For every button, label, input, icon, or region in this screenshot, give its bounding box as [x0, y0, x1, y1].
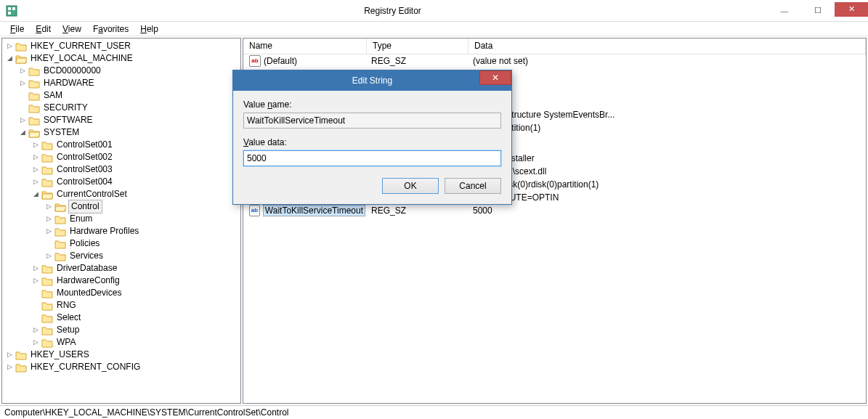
- tree-node[interactable]: ControlSet004: [55, 176, 114, 188]
- expander-icon[interactable]: ◢: [31, 190, 40, 199]
- col-data[interactable]: Data: [469, 38, 866, 54]
- tree-node[interactable]: SAM: [42, 89, 64, 102]
- window-controls: — ☐ ✕: [768, 2, 868, 20]
- cell-data: 5000: [470, 206, 866, 216]
- folder-icon: [41, 165, 53, 175]
- cell-data: NOEXECUTE=OPTIN: [470, 192, 866, 203]
- registry-tree: ▷HKEY_CURRENT_USER ◢HKEY_LOCAL_MACHINE ▷…: [2, 40, 240, 373]
- expander-icon[interactable]: ▷: [44, 203, 53, 211]
- tree-node-hkcc[interactable]: HKEY_CURRENT_CONFIG: [29, 361, 142, 373]
- folder-icon: [54, 239, 66, 249]
- tree-node[interactable]: Services: [68, 250, 105, 262]
- tree-node-hku[interactable]: HKEY_USERS: [29, 349, 91, 361]
- tree-node[interactable]: ControlSet003: [55, 163, 114, 176]
- expander-icon[interactable]: ◢: [5, 54, 14, 63]
- folder-icon: [28, 103, 40, 113]
- tree-pane[interactable]: ▷HKEY_CURRENT_USER ◢HKEY_LOCAL_MACHINE ▷…: [1, 38, 241, 404]
- svg-rect-2: [12, 7, 15, 10]
- tree-node-selected[interactable]: Control: [68, 200, 102, 213]
- app-icon: [6, 5, 17, 17]
- expander-icon[interactable]: ▷: [31, 277, 40, 285]
- expander-icon[interactable]: ▷: [44, 227, 53, 236]
- cancel-button[interactable]: Cancel: [445, 178, 501, 194]
- svg-rect-3: [8, 12, 11, 15]
- value-data-input[interactable]: [243, 150, 501, 166]
- tree-node[interactable]: RNG: [55, 299, 78, 312]
- folder-icon: [41, 288, 53, 298]
- expander-icon[interactable]: ▷: [31, 326, 40, 335]
- tree-node[interactable]: SECURITY: [42, 102, 89, 114]
- tree-node[interactable]: HARDWARE: [42, 77, 96, 89]
- col-type[interactable]: Type: [367, 38, 469, 54]
- tree-node[interactable]: ControlSet001: [55, 139, 114, 151]
- expander-icon[interactable]: ▷: [18, 116, 27, 125]
- tree-node[interactable]: Select: [55, 312, 82, 324]
- cell-type: REG_SZ: [368, 56, 470, 66]
- menu-file[interactable]: File: [4, 23, 30, 36]
- tree-node[interactable]: MountedDevices: [55, 287, 123, 299]
- tree-node-hklm[interactable]: HKEY_LOCAL_MACHINE: [29, 52, 134, 65]
- expander-icon[interactable]: ▷: [31, 178, 40, 187]
- folder-icon: [15, 362, 27, 373]
- menu-edit[interactable]: Edit: [30, 23, 57, 36]
- menu-view[interactable]: View: [57, 23, 87, 36]
- expander-icon[interactable]: ▷: [44, 215, 53, 224]
- tree-node[interactable]: Setup: [55, 324, 81, 336]
- dialog-title: Edit String: [352, 76, 392, 86]
- cell-data: okerInfrastructure SystemEventsBr...: [470, 110, 866, 120]
- expander-icon[interactable]: ▷: [31, 338, 40, 347]
- dialog-titlebar[interactable]: Edit String ✕: [233, 70, 511, 91]
- list-row[interactable]: abWaitToKillServiceTimeoutREG_SZ5000: [243, 204, 866, 216]
- close-button[interactable]: ✕: [835, 2, 868, 17]
- titlebar: Registry Editor — ☐ ✕: [0, 0, 868, 22]
- tree-node-hkcu[interactable]: HKEY_CURRENT_USER: [29, 40, 132, 52]
- cell-data: : trustedinstaller: [470, 153, 866, 163]
- dialog-close-button[interactable]: ✕: [479, 70, 511, 85]
- maximize-button[interactable]: ☐: [801, 2, 835, 20]
- tree-node[interactable]: DriverDatabase: [55, 262, 118, 274]
- minimize-button[interactable]: —: [768, 2, 801, 20]
- col-name[interactable]: Name: [243, 38, 367, 54]
- folder-icon: [41, 152, 53, 163]
- folder-icon: [54, 251, 66, 261]
- cell-data: disk(0)partition(1): [470, 123, 866, 133]
- folder-icon: [54, 227, 66, 237]
- value-data-label: Value data:: [243, 137, 501, 147]
- menu-favorites[interactable]: Favorites: [87, 23, 134, 36]
- expander-icon[interactable]: ▷: [31, 264, 40, 273]
- expander-icon[interactable]: ▷: [5, 42, 14, 51]
- expander-icon[interactable]: ◢: [18, 129, 27, 137]
- expander-icon[interactable]: ▷: [31, 141, 40, 150]
- tree-node[interactable]: BCD00000000: [42, 65, 102, 77]
- string-value-icon: ab: [249, 55, 261, 67]
- tree-node[interactable]: HardwareConfig: [55, 274, 121, 287]
- folder-icon: [54, 202, 66, 212]
- expander-icon[interactable]: ▷: [18, 67, 27, 76]
- menu-help[interactable]: Help: [134, 23, 164, 36]
- folder-icon: [28, 78, 40, 89]
- expander-icon[interactable]: ▷: [5, 363, 14, 372]
- tree-node[interactable]: Hardware Profiles: [68, 225, 140, 237]
- dialog-body: Value name: Value data: OK Cancel: [233, 91, 511, 204]
- list-row[interactable]: ab(Default)REG_SZ(value not set): [243, 54, 866, 67]
- status-path: Computer\HKEY_LOCAL_MACHINE\SYSTEM\Curre…: [4, 407, 288, 418]
- expander-icon[interactable]: ▷: [31, 166, 40, 174]
- expander-icon[interactable]: ▷: [44, 252, 53, 261]
- folder-icon: [15, 41, 27, 52]
- tree-node[interactable]: ControlSet002: [55, 151, 114, 163]
- cell-name: abWaitToKillServiceTimeout: [246, 205, 368, 216]
- cell-data: (value not set): [470, 56, 866, 66]
- folder-icon: [41, 177, 53, 187]
- value-name-input[interactable]: [243, 113, 501, 129]
- tree-node[interactable]: Policies: [68, 237, 101, 250]
- tree-node[interactable]: SOFTWARE: [42, 114, 94, 126]
- tree-node[interactable]: CurrentControlSet: [55, 188, 129, 200]
- expander-icon[interactable]: ▷: [5, 351, 14, 359]
- value-name-label: Value name:: [243, 99, 501, 110]
- ok-button[interactable]: OK: [382, 178, 439, 194]
- tree-node[interactable]: Enum: [68, 213, 94, 225]
- tree-node[interactable]: SYSTEM: [42, 126, 81, 139]
- expander-icon[interactable]: ▷: [18, 79, 27, 88]
- tree-node[interactable]: WPA: [55, 336, 77, 349]
- expander-icon[interactable]: ▷: [31, 153, 40, 162]
